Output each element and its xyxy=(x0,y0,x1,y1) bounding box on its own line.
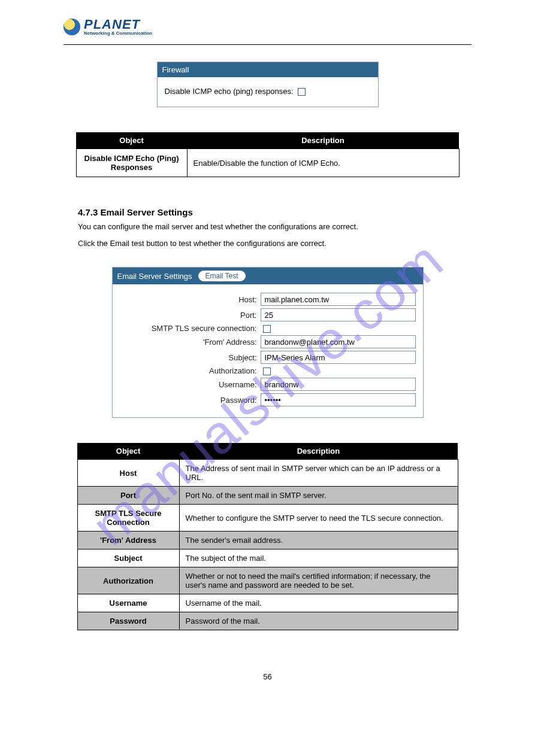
row-object: Subject xyxy=(77,549,179,567)
page-number: 56 xyxy=(64,672,471,681)
host-input[interactable] xyxy=(261,293,416,306)
row-description: Username of the mail. xyxy=(179,594,458,612)
brand-logo: PLANET Networking & Communication xyxy=(64,18,535,36)
subject-input[interactable] xyxy=(261,351,416,364)
firewall-panel-title: Firewall xyxy=(158,62,378,77)
email-settings-panel: Email Server Settings Email Test Host: P… xyxy=(112,267,424,418)
row-object: Password xyxy=(77,612,179,630)
email-panel-title: Email Server Settings xyxy=(117,272,192,281)
row-object: Host xyxy=(77,460,179,487)
row-description: The subject of the mail. xyxy=(179,549,458,567)
section-test-text: Click the Email test button to test whet… xyxy=(78,239,327,248)
authorization-checkbox[interactable] xyxy=(263,368,271,375)
section-intro-text: You can configure the mail server and te… xyxy=(78,221,471,233)
from-label: 'From' Address: xyxy=(120,338,261,347)
table-row: Disable ICMP Echo (Ping) Responses Enabl… xyxy=(76,149,459,177)
disable-icmp-checkbox[interactable] xyxy=(298,88,306,96)
port-input[interactable] xyxy=(261,308,416,321)
row-object: Authorization xyxy=(77,567,179,594)
brand-name: PLANET xyxy=(84,18,152,31)
table-row: AuthorizationWhether or not to need the … xyxy=(77,567,458,594)
table-row: SubjectThe subject of the mail. xyxy=(77,549,458,567)
table2-header-object: Object xyxy=(77,443,179,460)
row-description: The Address of sent mail in SMTP server … xyxy=(179,460,458,487)
email-panel-header: Email Server Settings Email Test xyxy=(113,268,423,284)
row-description: Port No. of the sent mail in SMTP server… xyxy=(179,487,458,505)
username-input[interactable] xyxy=(261,378,416,391)
subject-label: Subject: xyxy=(120,353,261,362)
header-divider xyxy=(64,44,471,45)
row-description: Enable/Disable the function of ICMP Echo… xyxy=(187,149,459,177)
table-row: PortPort No. of the sent mail in SMTP se… xyxy=(77,487,458,505)
firewall-panel: Firewall Disable ICMP echo (ping) respon… xyxy=(157,62,379,107)
section-heading: 4.7.3 Email Server Settings xyxy=(78,207,471,217)
disable-icmp-label: Disable ICMP echo (ping) responses: xyxy=(165,87,294,96)
password-input[interactable] xyxy=(261,393,416,406)
from-address-input[interactable] xyxy=(261,335,416,348)
host-label: Host: xyxy=(120,295,261,304)
globe-icon xyxy=(64,19,80,35)
password-label: Password: xyxy=(120,396,261,405)
brand-tagline: Networking & Communication xyxy=(84,31,152,36)
firewall-description-table: Object Description Disable ICMP Echo (Pi… xyxy=(76,132,460,177)
row-description: Whether or not to need the mail's certif… xyxy=(179,567,458,594)
table-row: UsernameUsername of the mail. xyxy=(77,594,458,612)
table2-header-description: Description xyxy=(179,443,458,460)
table-row: HostThe Address of sent mail in SMTP ser… xyxy=(77,460,458,487)
row-object: Port xyxy=(77,487,179,505)
port-label: Port: xyxy=(120,311,261,320)
panel-title-text: Firewall xyxy=(162,65,189,74)
table-row: SMTP TLS Secure ConnectionWhether to con… xyxy=(77,505,458,532)
table-row: PasswordPassword of the mail. xyxy=(77,612,458,630)
tls-label: SMTP TLS secure connection: xyxy=(120,324,261,333)
row-description: Whether to configure the SMTP server to … xyxy=(179,505,458,532)
email-description-table: Object Description HostThe Address of se… xyxy=(77,443,458,630)
row-object: Disable ICMP Echo (Ping) Responses xyxy=(76,149,187,177)
table-row: 'From' AddressThe sender's email address… xyxy=(77,532,458,549)
page-header: PLANET Networking & Communication xyxy=(0,18,535,41)
row-description: Password of the mail. xyxy=(179,612,458,630)
username-label: Username: xyxy=(120,380,261,389)
row-description: The sender's email address. xyxy=(179,532,458,549)
table-header-description: Description xyxy=(187,132,459,149)
row-object: SMTP TLS Secure Connection xyxy=(77,505,179,532)
row-object: 'From' Address xyxy=(77,532,179,549)
email-test-button[interactable]: Email Test xyxy=(198,271,246,281)
row-object: Username xyxy=(77,594,179,612)
auth-label: Authorization: xyxy=(120,366,261,375)
tls-checkbox[interactable] xyxy=(263,325,271,333)
table-header-object: Object xyxy=(76,132,187,149)
